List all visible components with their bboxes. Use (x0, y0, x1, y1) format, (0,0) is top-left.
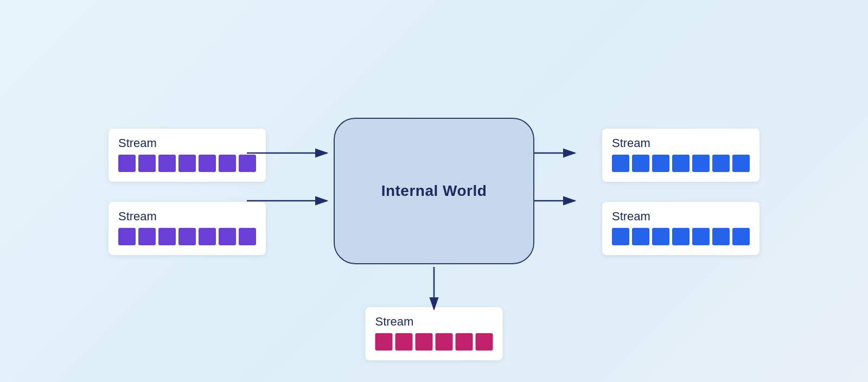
stream-bottom: Stream (366, 307, 503, 360)
block (416, 333, 433, 351)
block (138, 228, 156, 245)
block (712, 155, 730, 172)
stream-output-top-blocks (612, 155, 750, 172)
stream-output-top-label: Stream (612, 136, 750, 150)
stream-input-bottom-blocks (118, 228, 256, 245)
block (178, 155, 196, 172)
block (219, 228, 236, 245)
block (692, 228, 710, 245)
block (712, 228, 730, 245)
block (118, 228, 136, 245)
stream-output-bottom-label: Stream (612, 209, 750, 224)
block (632, 228, 649, 245)
block (652, 155, 669, 172)
stream-input-top-label: Stream (118, 136, 256, 150)
block (375, 333, 393, 351)
block (158, 155, 176, 172)
block (118, 155, 136, 172)
block (692, 155, 710, 172)
block (158, 228, 176, 245)
block (632, 155, 649, 172)
diagram-container: Internal World Stream Stream Stream (0, 0, 868, 382)
stream-output-bottom-blocks (612, 228, 750, 245)
stream-input-bottom-label: Stream (118, 209, 256, 224)
block (732, 155, 750, 172)
block (219, 155, 236, 172)
block (612, 155, 629, 172)
block (436, 333, 453, 351)
block (239, 228, 256, 245)
stream-bottom-blocks (375, 333, 493, 351)
block (395, 333, 413, 351)
central-box: Internal World (334, 118, 534, 264)
block (199, 155, 216, 172)
stream-input-top-blocks (118, 155, 256, 172)
block (239, 155, 256, 172)
block (138, 155, 156, 172)
block (732, 228, 750, 245)
stream-input-bottom: Stream (108, 202, 266, 255)
stream-output-bottom: Stream (602, 202, 760, 255)
block (456, 333, 473, 351)
stream-input-top: Stream (108, 129, 266, 182)
block (178, 228, 196, 245)
block (672, 228, 690, 245)
block (199, 228, 216, 245)
block (672, 155, 690, 172)
block (612, 228, 629, 245)
stream-output-top: Stream (602, 129, 760, 182)
central-box-label: Internal World (381, 182, 487, 200)
block (652, 228, 669, 245)
block (476, 333, 493, 351)
stream-bottom-label: Stream (375, 315, 493, 329)
